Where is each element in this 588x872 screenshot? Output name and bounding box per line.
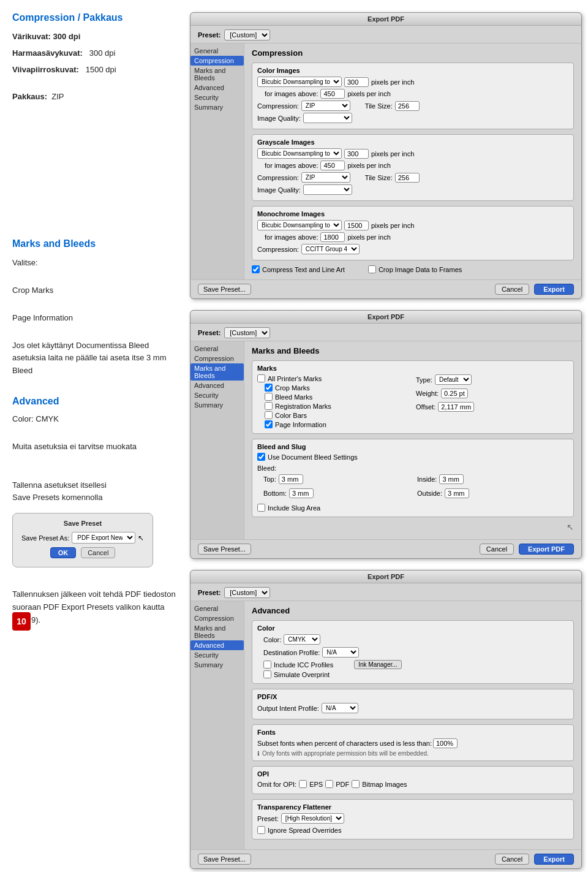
mono-above: 1800 xyxy=(320,232,345,242)
color-quality[interactable] xyxy=(303,113,352,123)
d2-sidebar-summary[interactable]: Summary xyxy=(190,400,244,410)
d3-sidebar-general[interactable]: General xyxy=(190,604,244,613)
opi-section: OPI Omit for OPI: EPS PDF Bitmap Images xyxy=(252,766,574,794)
color-value[interactable]: CMYK xyxy=(284,634,320,645)
dialog2-save-preset[interactable]: Save Preset... xyxy=(198,544,251,555)
save-preset-select[interactable]: PDF Export NewPrint xyxy=(72,532,135,544)
d3-sidebar-compression[interactable]: Compression xyxy=(190,613,244,623)
d3-sidebar-summary[interactable]: Summary xyxy=(190,660,244,670)
section1-line2: Harmaasävykuvat: 300 dpi xyxy=(12,47,178,60)
cancel-button[interactable]: Cancel xyxy=(81,547,115,558)
mono-compression[interactable]: CCITT Group 4 xyxy=(301,244,360,254)
pdfx-title: PDF/X xyxy=(257,693,568,700)
save-preset-label: Save Preset As: xyxy=(21,534,69,542)
sidebar-marks[interactable]: Marks and Bleeds xyxy=(190,66,244,83)
dialog3-preset-select[interactable]: [Custom] xyxy=(224,587,270,598)
gray-ppi-label: pixels per inch xyxy=(371,150,414,157)
use-doc-bleed-check[interactable] xyxy=(257,453,265,461)
sidebar-summary[interactable]: Summary xyxy=(190,102,244,112)
all-printers-check[interactable] xyxy=(257,374,265,382)
include-slug-check[interactable] xyxy=(257,504,265,512)
omit-bitmap-check[interactable] xyxy=(352,780,360,788)
dialog2-export[interactable]: Export PDF xyxy=(519,544,574,555)
color-compression[interactable]: ZIP xyxy=(301,100,350,111)
mono-title: Monochrome Images xyxy=(257,210,568,218)
simulate-overprint-check[interactable] xyxy=(263,670,271,678)
fonts-title: Fonts xyxy=(257,729,568,736)
dialog-compression: Export PDF Preset: [Custom] General Comp… xyxy=(190,12,582,299)
save-note: Tallenna asetukset itsellesiSave Presets… xyxy=(12,479,178,505)
subset-note: Only fonts with appropriate permission b… xyxy=(262,750,429,757)
d3-sidebar-security[interactable]: Security xyxy=(190,650,244,660)
d2-sidebar-marks[interactable]: Marks and Bleeds xyxy=(190,363,244,381)
ink-manager-btn[interactable]: Ink Manager... xyxy=(354,660,401,669)
dialog2-cancel[interactable]: Cancel xyxy=(480,544,514,555)
section1-line1: Värikuvat: 300 dpi xyxy=(12,31,178,44)
color-bars-label: Color Bars xyxy=(275,412,307,419)
sidebar-compression[interactable]: Compression xyxy=(190,56,244,66)
include-icc-check[interactable] xyxy=(263,661,271,669)
section1-line3: Viivapiirroskuvat: 1500 dpi xyxy=(12,64,178,77)
cursor-pointer: ↖ xyxy=(252,522,574,532)
transparency-title: Transparency Flattener xyxy=(257,803,568,811)
type-select[interactable]: Default xyxy=(435,374,472,385)
dialog3-save-preset[interactable]: Save Preset... xyxy=(198,854,251,865)
gray-compression[interactable]: ZIP xyxy=(301,172,350,183)
d2-sidebar-compression[interactable]: Compression xyxy=(190,354,244,363)
color-method[interactable]: Bicubic Downsampling to xyxy=(257,77,342,87)
dest-profile-select[interactable]: N/A xyxy=(322,647,359,658)
dialog1-titlebar: Export PDF xyxy=(190,13,581,26)
output-intent-label: Output Intent Profile: xyxy=(257,705,319,712)
crop-image-check[interactable] xyxy=(368,265,376,273)
ignore-spread-check[interactable] xyxy=(257,826,265,834)
compress-text-label: Compress Text and Line Art xyxy=(262,266,345,273)
gray-tile: 256 xyxy=(395,173,420,183)
preset-select[interactable]: [Custom] xyxy=(224,29,270,40)
tp-preset-select[interactable]: [High Resolution] xyxy=(281,813,344,824)
weight-label: Weight: xyxy=(416,390,439,397)
advanced-title: Advanced xyxy=(12,396,178,407)
dialog3-export[interactable]: Export xyxy=(534,854,574,865)
dialog1-cancel[interactable]: Cancel xyxy=(495,284,529,295)
dialog3-cancel[interactable]: Cancel xyxy=(495,854,529,865)
gray-quality[interactable] xyxy=(303,184,352,195)
registration-check[interactable] xyxy=(265,402,273,410)
d3-sidebar-marks[interactable]: Marks and Bleeds xyxy=(190,623,244,640)
ok-button[interactable]: OK xyxy=(50,547,77,558)
crop-image-label: Crop Image Data to Frames xyxy=(379,266,462,273)
grayscale-title: Grayscale Images xyxy=(257,138,568,146)
dialog1-export[interactable]: Export xyxy=(534,284,574,295)
sidebar-general[interactable]: General xyxy=(190,46,244,56)
color-above: 450 xyxy=(320,89,345,99)
bleed-marks-check[interactable] xyxy=(265,393,273,401)
crop-marks-check[interactable] xyxy=(265,384,273,392)
d2-sidebar-general[interactable]: General xyxy=(190,344,244,354)
dest-profile-label: Destination Profile: xyxy=(263,649,320,656)
page-info-check[interactable] xyxy=(265,420,273,428)
color-images-group: Color Images Bicubic Downsampling to 300… xyxy=(252,63,574,129)
d2-sidebar-advanced[interactable]: Advanced xyxy=(190,381,244,390)
quality-label: Image Quality: xyxy=(257,115,301,122)
transparency-section: Transparency Flattener Preset: [High Res… xyxy=(252,799,574,840)
opi-title: OPI xyxy=(257,770,568,778)
registration-label: Registration Marks xyxy=(275,403,331,410)
d2-sidebar-security[interactable]: Security xyxy=(190,390,244,400)
gray-method[interactable]: Bicubic Downsampling to xyxy=(257,148,342,159)
compression-label: Compression: xyxy=(257,102,299,110)
type-label: Type: xyxy=(416,376,432,384)
dialog1-save-preset[interactable]: Save Preset... xyxy=(198,284,251,295)
compress-text-check[interactable] xyxy=(252,265,260,273)
sidebar-advanced[interactable]: Advanced xyxy=(190,83,244,93)
dialog2-preset-select[interactable]: [Custom] xyxy=(224,327,270,338)
sidebar-security[interactable]: Security xyxy=(190,93,244,102)
d3-sidebar-advanced[interactable]: Advanced xyxy=(190,640,244,650)
output-intent-select[interactable]: N/A xyxy=(322,703,358,713)
mono-method[interactable]: Bicubic Downsampling to xyxy=(257,220,342,230)
section2-valitse: Valitse: xyxy=(12,257,178,270)
top-label: Top: xyxy=(263,476,276,483)
dialog1-content-title: Compression xyxy=(252,48,574,58)
top-value: 3 mm xyxy=(279,474,303,484)
omit-pdf-check[interactable] xyxy=(325,780,333,788)
color-bars-check[interactable] xyxy=(265,411,273,419)
omit-eps-check[interactable] xyxy=(299,780,307,788)
